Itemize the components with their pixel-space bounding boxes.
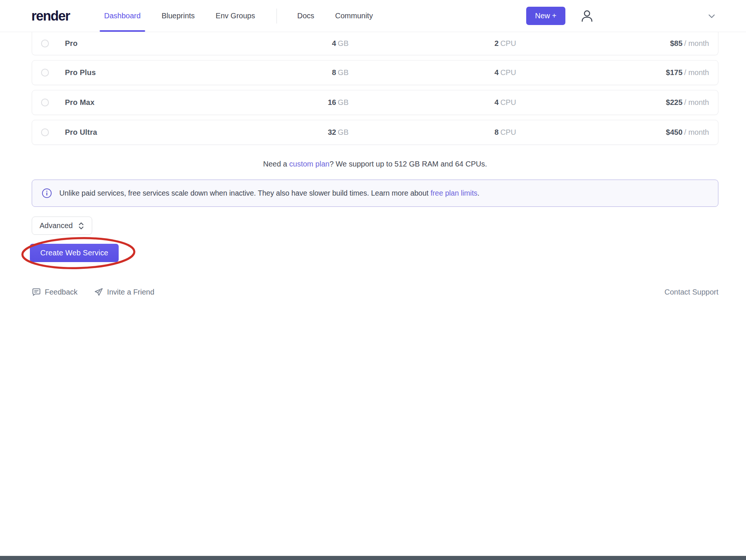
- notice-text-before: Unlike paid services, free services scal…: [59, 189, 431, 197]
- plan-ram-unit: GB: [338, 128, 349, 136]
- free-plan-notice-text: Unlike paid services, free services scal…: [59, 189, 480, 197]
- nav-link-docs-label: Docs: [297, 12, 314, 20]
- radio-pro[interactable]: [41, 40, 49, 47]
- feedback-button[interactable]: Feedback: [32, 287, 78, 297]
- plan-price: $175: [666, 68, 683, 77]
- page-footer: Feedback Invite a Friend Contact Support: [32, 287, 718, 297]
- plan-cpu-unit: CPU: [500, 98, 516, 106]
- plan-row-pro-ultra[interactable]: Pro Ultra 32 GB 8 CPU $450 / month: [32, 120, 718, 145]
- notice-text-after: .: [477, 189, 479, 197]
- custom-plan-text-before: Need a: [263, 160, 289, 168]
- plan-cpu-value: 4: [494, 68, 499, 77]
- plan-cpu-value: 4: [494, 98, 499, 106]
- plan-name: Pro Ultra: [65, 128, 252, 137]
- radio-pro-ultra[interactable]: [41, 128, 49, 136]
- plan-price-suffix: / month: [684, 98, 709, 106]
- advanced-toggle-button[interactable]: Advanced: [32, 217, 92, 235]
- plan-row-pro[interactable]: Pro 4 GB 2 CPU $85 / month: [32, 32, 718, 55]
- plan-name: Pro: [65, 39, 252, 48]
- plan-cpu-unit: CPU: [500, 39, 516, 47]
- feedback-label: Feedback: [45, 288, 78, 296]
- nav-tab-env-groups[interactable]: Env Groups: [216, 0, 255, 32]
- chevrons-up-down-icon: [78, 222, 84, 230]
- plan-cpu-unit: CPU: [500, 68, 516, 77]
- workspace-expand-button[interactable]: [705, 9, 718, 23]
- nav-tab-dashboard[interactable]: Dashboard: [104, 0, 141, 32]
- info-circle-icon: [42, 188, 52, 198]
- speech-bubble-icon: [32, 287, 41, 297]
- plan-row-pro-plus[interactable]: Pro Plus 8 GB 4 CPU $175 / month: [32, 60, 718, 85]
- plan-ram-value: 32: [328, 128, 336, 136]
- radio-pro-plus[interactable]: [41, 69, 49, 77]
- create-web-service-area: Create Web Service: [30, 244, 119, 262]
- plan-price-suffix: / month: [684, 68, 709, 77]
- plan-ram-value: 8: [332, 68, 336, 77]
- render-logo[interactable]: render: [31, 8, 70, 24]
- custom-plan-link[interactable]: custom plan: [289, 160, 330, 168]
- contact-support-link[interactable]: Contact Support: [664, 288, 718, 296]
- nav-tab-blueprints[interactable]: Blueprints: [162, 0, 195, 32]
- plan-price-suffix: / month: [684, 39, 709, 47]
- plan-price: $450: [666, 128, 683, 136]
- plan-name: Pro Plus: [65, 68, 252, 77]
- plan-ram-value: 16: [328, 98, 336, 106]
- plan-ram-unit: GB: [338, 68, 349, 77]
- bottom-edge-bar: [0, 556, 746, 560]
- custom-plan-line: Need a custom plan? We support up to 512…: [32, 160, 718, 168]
- nav-link-docs[interactable]: Docs: [297, 0, 314, 32]
- paper-plane-icon: [94, 287, 103, 297]
- custom-plan-text-after: ? We support up to 512 GB RAM and 64 CPU…: [330, 160, 487, 168]
- plan-cpu-unit: CPU: [500, 128, 516, 136]
- plan-ram-unit: GB: [338, 39, 349, 47]
- plan-cpu-value: 2: [494, 39, 499, 47]
- nav-tab-dashboard-label: Dashboard: [104, 12, 141, 20]
- free-plan-limits-link[interactable]: free plan limits: [431, 189, 478, 197]
- invite-a-friend-button[interactable]: Invite a Friend: [94, 287, 154, 297]
- plan-ram-value: 4: [332, 39, 336, 47]
- plan-price: $225: [666, 98, 683, 106]
- invite-a-friend-label: Invite a Friend: [107, 288, 154, 296]
- instance-plan-section: Pro 4 GB 2 CPU $85 / month Pro Plus 8 GB…: [0, 32, 746, 297]
- plan-price: $85: [670, 39, 682, 47]
- nav-tab-env-groups-label: Env Groups: [216, 12, 255, 20]
- nav-link-community-label: Community: [335, 12, 373, 20]
- chevron-down-icon: [707, 12, 716, 21]
- plan-ram-unit: GB: [338, 98, 349, 106]
- free-plan-notice: Unlike paid services, free services scal…: [32, 180, 718, 207]
- plan-cpu-value: 8: [494, 128, 499, 136]
- plan-price-suffix: / month: [684, 128, 709, 136]
- plan-name: Pro Max: [65, 98, 252, 107]
- nav-tab-blueprints-label: Blueprints: [162, 12, 195, 20]
- plan-row-pro-max[interactable]: Pro Max 16 GB 4 CPU $225 / month: [32, 90, 718, 115]
- top-navigation: render Dashboard Blueprints Env Groups D…: [0, 0, 746, 32]
- radio-pro-max[interactable]: [41, 99, 49, 106]
- nav-link-community[interactable]: Community: [335, 0, 373, 32]
- account-menu-button[interactable]: [578, 7, 596, 25]
- person-icon: [580, 9, 594, 24]
- advanced-toggle-label: Advanced: [40, 221, 73, 230]
- new-button[interactable]: New +: [526, 7, 565, 25]
- nav-divider: [277, 9, 277, 24]
- create-web-service-button[interactable]: Create Web Service: [30, 244, 119, 262]
- header-actions: New +: [526, 0, 718, 32]
